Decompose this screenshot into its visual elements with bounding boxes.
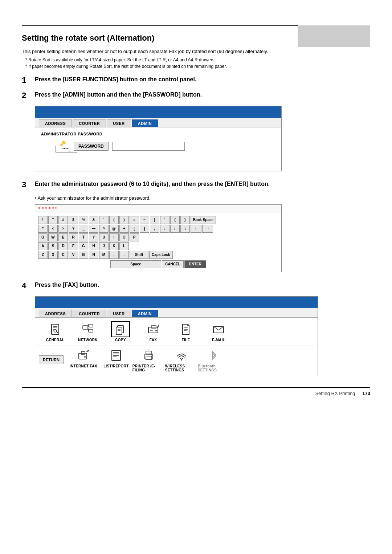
file-label: FILE xyxy=(182,338,190,342)
return-button[interactable]: RETURN xyxy=(39,355,64,364)
kb-space[interactable]: Space xyxy=(110,260,161,268)
kb-enter[interactable]: ENTER xyxy=(184,260,206,268)
kb-l[interactable]: L xyxy=(119,242,129,250)
kb-j[interactable]: J xyxy=(99,242,109,250)
kb-tilde[interactable]: ~ xyxy=(140,216,149,224)
kb-s[interactable]: S xyxy=(48,242,58,250)
kb-lbrace[interactable]: { xyxy=(170,216,180,224)
kb-h[interactable]: H xyxy=(89,242,98,250)
kb-pipe[interactable]: | xyxy=(150,216,159,224)
kb-b[interactable]: B xyxy=(79,251,88,259)
kb-r[interactable]: R xyxy=(69,233,78,241)
kb-v[interactable]: V xyxy=(69,251,78,259)
kb-n[interactable]: N xyxy=(89,251,98,259)
kb-lt[interactable]: < xyxy=(48,225,58,233)
tab-user[interactable]: USER xyxy=(107,119,131,127)
step-2-number: 2 xyxy=(22,91,35,100)
kb-z[interactable]: Z xyxy=(38,251,48,259)
svg-point-33 xyxy=(151,355,152,357)
icon-fax[interactable]: FAX xyxy=(137,321,170,342)
tab2-user[interactable]: USER xyxy=(107,310,131,317)
kb-dash[interactable]: — xyxy=(89,225,98,233)
bullet-item-2: If paper becomes empty during Rotate Sor… xyxy=(25,63,370,70)
tab2-counter[interactable]: COUNTER xyxy=(73,310,106,317)
kb-c[interactable]: C xyxy=(58,251,68,259)
icon-file[interactable]: FILE xyxy=(170,321,202,342)
kb-q[interactable]: Q xyxy=(38,233,48,241)
kb-star[interactable]: * xyxy=(38,225,48,233)
kb-w[interactable]: W xyxy=(48,233,58,241)
tab-address[interactable]: ADDRESS xyxy=(39,119,72,127)
kb-y[interactable]: Y xyxy=(89,233,98,241)
copy-svg-icon xyxy=(114,323,127,336)
kb-rbracket[interactable]: ] xyxy=(140,225,149,233)
kb-dollar[interactable]: $ xyxy=(69,216,78,224)
kb-plus[interactable]: + xyxy=(119,225,129,233)
kb-m[interactable]: M xyxy=(99,251,109,259)
step-2: 2 Press the [ADMIN] button and then the … xyxy=(22,91,370,100)
kb-slash[interactable]: / xyxy=(170,225,180,233)
fax-svg-icon xyxy=(147,323,160,336)
kb-period[interactable]: . xyxy=(119,251,129,259)
kb-t[interactable]: T xyxy=(79,233,88,241)
kb-backslash[interactable]: \ xyxy=(180,225,190,233)
kb-rbrace[interactable]: } xyxy=(180,216,190,224)
kb-d[interactable]: D xyxy=(58,242,68,250)
kb-p[interactable]: P xyxy=(130,233,139,241)
icon-copy[interactable]: COPY xyxy=(104,321,137,342)
kb-shift[interactable]: Shift xyxy=(130,251,148,259)
tab-counter[interactable]: COUNTER xyxy=(73,119,106,127)
kb-at[interactable]: @ xyxy=(109,225,119,233)
kb-left-arrow[interactable]: ← xyxy=(191,225,201,233)
kb-i[interactable]: I xyxy=(109,233,119,241)
kb-backtick[interactable]: ` xyxy=(99,216,109,224)
kb-k[interactable]: K xyxy=(109,242,119,250)
icon-email[interactable]: E-MAIL xyxy=(202,321,235,342)
kb-lbracket[interactable]: [ xyxy=(130,225,139,233)
kb-f[interactable]: F xyxy=(69,242,78,250)
tab-admin[interactable]: ADMIN xyxy=(132,119,158,127)
password-button[interactable]: PASSWORD xyxy=(74,142,109,151)
kb-equals[interactable]: = xyxy=(130,216,139,224)
kb-colon[interactable]: : xyxy=(160,225,170,233)
svg-line-9 xyxy=(88,327,89,331)
kb-quote[interactable]: " xyxy=(48,216,58,224)
password-input-field[interactable] xyxy=(112,142,185,151)
icon-printer[interactable]: PRINTER /E-FILING xyxy=(132,347,165,372)
kb-backtick2[interactable]: ` xyxy=(160,216,170,224)
kb-lparen[interactable]: ( xyxy=(109,216,119,224)
tab2-admin[interactable]: ADMIN xyxy=(132,310,158,317)
kb-percent[interactable]: % xyxy=(79,216,88,224)
kb-a[interactable]: A xyxy=(38,242,48,250)
tab2-address[interactable]: ADDRESS xyxy=(39,310,72,317)
kb-backspace[interactable]: Back Space xyxy=(191,216,216,224)
admin-panel-1-body: ADMINISTRATOR PASSWORD 🔑 ****_ PASSWORD xyxy=(35,127,281,171)
kb-o[interactable]: O xyxy=(119,233,129,241)
kb-g[interactable]: G xyxy=(79,242,88,250)
icon-list-report[interactable]: LIST/REPORT xyxy=(100,347,132,368)
kb-question[interactable]: ? xyxy=(69,225,78,233)
kb-right-arrow[interactable]: → xyxy=(202,225,213,233)
kb-e[interactable]: E xyxy=(58,233,68,241)
icon-network[interactable]: NETWORK xyxy=(72,321,104,342)
footer-text: Setting RX Printing xyxy=(315,391,355,396)
icon-general[interactable]: GENERAL xyxy=(39,321,72,342)
kb-underscore[interactable]: _ xyxy=(79,225,88,233)
kb-gt[interactable]: > xyxy=(58,225,68,233)
kb-semicolon[interactable]: ; xyxy=(150,225,159,233)
kb-hash[interactable]: # xyxy=(58,216,68,224)
admin-panel-1-top-bar xyxy=(35,106,281,118)
icon-bluetooth[interactable]: Bluetooth SETTINGS xyxy=(198,347,230,372)
kb-cancel[interactable]: CANCEL xyxy=(162,260,184,268)
icon-wireless[interactable]: WIRELESS SETTINGS xyxy=(165,347,198,372)
kb-u[interactable]: U xyxy=(99,233,109,241)
kb-amp[interactable]: & xyxy=(89,216,98,224)
kb-x[interactable]: X xyxy=(48,251,58,259)
icon-internet-fax[interactable]: INTERNET FAX xyxy=(67,347,100,368)
email-icon-box xyxy=(209,321,228,337)
kb-rparen[interactable]: ) xyxy=(119,216,129,224)
kb-caps-lock[interactable]: Caps Lock xyxy=(149,251,173,259)
kb-caret[interactable]: ^ xyxy=(99,225,109,233)
kb-comma[interactable]: , xyxy=(109,251,119,259)
kb-exclaim[interactable]: ! xyxy=(38,216,48,224)
